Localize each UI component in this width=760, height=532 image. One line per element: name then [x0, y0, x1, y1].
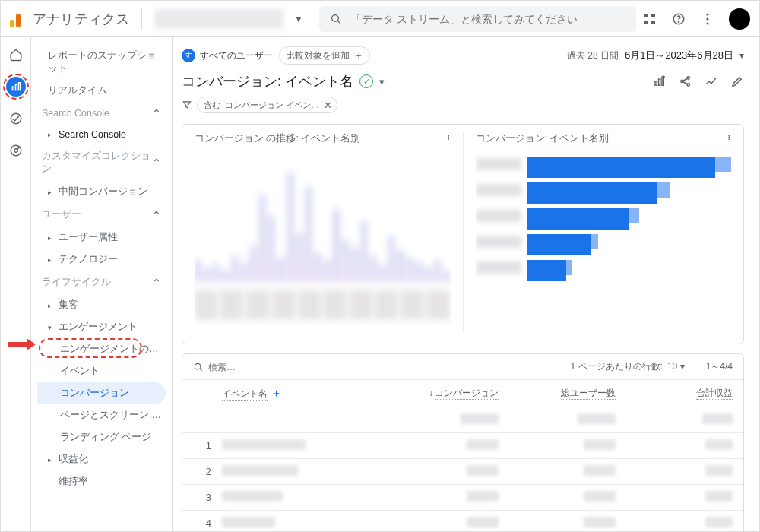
insights-icon[interactable] — [705, 74, 718, 88]
reports-sidebar: レポートのスナップショット リアルタイム Search Console⌃ ▸Se… — [31, 37, 173, 532]
filter-chip[interactable]: 含む コンバージョン イベン… ✕ — [197, 97, 337, 113]
events-table-card: 1 ページあたりの行数: 10 ▾ 1～4/4 イベント名＋ ↓コンバージョン … — [182, 353, 744, 532]
section-custom[interactable]: カスタマイズコレクション⌃ — [37, 144, 166, 181]
col-event-name[interactable]: イベント名＋ — [222, 386, 382, 401]
sidebar-item-monetization[interactable]: ▸収益化 — [37, 448, 166, 470]
sidebar-item-user-attr[interactable]: ▸ユーザー属性 — [37, 226, 166, 249]
page-title: コンバージョン: イベント名 — [182, 72, 353, 90]
svg-point-16 — [14, 149, 17, 153]
col-conversions[interactable]: ↓コンバージョン — [382, 387, 499, 400]
chip-add-comparison[interactable]: 比較対象を追加 ＋ — [279, 46, 370, 65]
nav-rail — [1, 37, 31, 532]
help-icon[interactable] — [671, 11, 686, 27]
check-badge-icon[interactable]: ✓ — [359, 74, 373, 88]
page-title-row: コンバージョン: イベント名 ✓ ▾ — [182, 72, 744, 90]
table-row[interactable]: 4 — [182, 510, 743, 532]
svg-rect-12 — [15, 84, 17, 90]
chevron-up-icon: ⌃ — [152, 157, 161, 169]
table-row[interactable]: 3 — [182, 484, 743, 510]
svg-rect-18 — [659, 79, 660, 85]
sidebar-realtime[interactable]: リアルタイム — [37, 80, 166, 102]
sidebar-sub-events[interactable]: イベント — [37, 360, 166, 382]
plus-icon: ＋ — [354, 49, 363, 62]
search-box[interactable] — [319, 6, 636, 32]
edit-icon[interactable] — [730, 74, 744, 88]
sidebar-item-technology[interactable]: ▸テクノロジー — [37, 249, 166, 271]
sidebar-item-engagement[interactable]: ▾エンゲージメント — [37, 316, 166, 338]
plus-icon[interactable]: ＋ — [271, 386, 282, 399]
advertising-icon[interactable] — [6, 141, 26, 160]
chart-title: コンバージョン: イベント名別 ⠇ — [476, 132, 732, 145]
section-lifecycle[interactable]: ライフサイクル⌃ — [37, 271, 166, 294]
search-icon — [330, 13, 342, 25]
rows-per-page: 1 ページあたりの行数: 10 ▾ — [571, 360, 686, 373]
main-content: す すべてのユーザー 比較対象を追加 ＋ 過去 28 日間 6月1日～2023年… — [173, 37, 759, 532]
sidebar-sub-pages[interactable]: ページとスクリーン: ページ … — [37, 404, 166, 426]
date-range[interactable]: 過去 28 日間 6月1日～2023年6月28日 ▾ — [567, 49, 744, 62]
close-icon[interactable]: ✕ — [324, 100, 332, 111]
chip-label: すべてのユーザー — [200, 49, 273, 62]
sidebar-item-search-console[interactable]: ▸Search Console — [37, 125, 166, 144]
sidebar-item-acquisition[interactable]: ▸集客 — [37, 294, 166, 316]
svg-rect-3 — [651, 14, 655, 17]
caret-icon: ▸ — [48, 456, 54, 464]
svg-point-9 — [706, 17, 708, 20]
header-actions — [642, 8, 750, 30]
table-row[interactable]: 2 — [182, 458, 743, 484]
svg-rect-11 — [12, 87, 14, 90]
svg-point-7 — [678, 21, 679, 22]
chart-more-icon[interactable]: ⠇ — [724, 131, 736, 145]
rows-per-label: 1 ページあたりの行数: — [571, 360, 663, 373]
property-selector[interactable] — [154, 9, 283, 29]
table-summary-row — [182, 407, 743, 432]
table-search[interactable] — [193, 362, 565, 372]
search-input[interactable] — [351, 13, 625, 25]
section-search-console[interactable]: Search Console⌃ — [37, 102, 166, 125]
divider — [141, 8, 142, 30]
explore-icon[interactable] — [6, 109, 26, 128]
sidebar-sub-overview[interactable]: エンゲージメントの概要 — [37, 338, 166, 360]
filter-icon[interactable] — [182, 100, 192, 110]
sidebar-sub-landing[interactable]: ランディング ページ — [37, 426, 166, 448]
svg-rect-19 — [662, 77, 663, 85]
chevron-up-icon: ⌃ — [152, 277, 161, 289]
app-header: アナリティクス ▼ — [1, 1, 759, 37]
table-search-input[interactable] — [208, 362, 299, 372]
section-user[interactable]: ユーザー⌃ — [37, 203, 166, 226]
caret-down-icon: ▾ — [48, 324, 54, 331]
share-icon[interactable] — [679, 74, 692, 88]
sidebar-snapshot[interactable]: レポートのスナップショット — [37, 45, 166, 80]
col-users[interactable]: 総ユーザー数 — [499, 387, 616, 400]
svg-rect-2 — [644, 14, 648, 17]
avatar[interactable] — [729, 8, 750, 30]
chip-all-users[interactable]: す すべてのユーザー — [182, 49, 273, 62]
row-number: 1 — [193, 440, 211, 451]
svg-point-15 — [11, 145, 21, 156]
search-icon — [193, 362, 204, 372]
apps-icon[interactable] — [642, 11, 657, 27]
customize-icon[interactable] — [653, 74, 667, 88]
home-icon[interactable] — [6, 45, 26, 65]
table-header: イベント名＋ ↓コンバージョン 総ユーザー数 合計収益 — [182, 379, 743, 407]
chevron-down-icon[interactable]: ▾ — [379, 76, 385, 87]
overflow-icon[interactable] — [700, 11, 715, 27]
trend-chart: コンバージョン の推移: イベント名別 ⠇ — [182, 132, 463, 331]
date-prefix: 過去 28 日間 — [567, 49, 619, 62]
table-row[interactable]: 1 — [182, 432, 743, 458]
svg-point-0 — [332, 14, 339, 21]
rows-per-value[interactable]: 10 ▾ — [666, 361, 686, 372]
label: リアルタイム — [48, 84, 107, 97]
reports-icon[interactable] — [6, 77, 26, 97]
svg-point-14 — [11, 113, 21, 124]
sidebar-sub-conversions[interactable]: コンバージョン — [37, 382, 166, 404]
chart-more-icon[interactable]: ⠇ — [444, 131, 455, 145]
chevron-down-icon[interactable]: ▼ — [294, 14, 302, 24]
chevron-up-icon: ⌃ — [152, 209, 161, 221]
sidebar-item-retention[interactable]: 維持率 — [37, 470, 166, 492]
sidebar-item-mid-conversion[interactable]: ▸中間コンバージョン — [37, 181, 166, 203]
filter-include-label: 含む — [204, 100, 220, 111]
date-value: 6月1日～2023年6月28日 — [625, 49, 733, 62]
caret-icon: ▸ — [48, 302, 54, 309]
col-revenue[interactable]: 合計収益 — [616, 387, 733, 400]
chip-badge-icon: す — [182, 49, 195, 62]
